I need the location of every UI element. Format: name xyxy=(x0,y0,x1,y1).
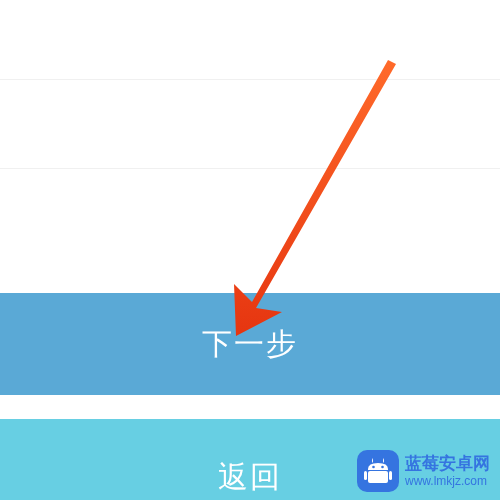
watermark-url: www.lmkjz.com xyxy=(405,474,490,488)
watermark-logo-icon xyxy=(357,450,399,492)
watermark-title: 蓝莓安卓网 xyxy=(405,454,490,474)
separator-line xyxy=(0,168,500,169)
svg-point-0 xyxy=(372,466,375,469)
back-label: 返回 xyxy=(218,457,282,498)
svg-point-1 xyxy=(381,466,384,469)
svg-rect-3 xyxy=(364,471,367,480)
next-step-button[interactable]: 下一步 xyxy=(0,293,500,395)
watermark: 蓝莓安卓网 www.lmkjz.com xyxy=(357,450,490,492)
next-step-label: 下一步 xyxy=(202,324,298,365)
svg-rect-4 xyxy=(389,471,392,480)
watermark-text: 蓝莓安卓网 www.lmkjz.com xyxy=(405,454,490,489)
svg-rect-2 xyxy=(368,471,388,483)
separator-line xyxy=(0,79,500,80)
